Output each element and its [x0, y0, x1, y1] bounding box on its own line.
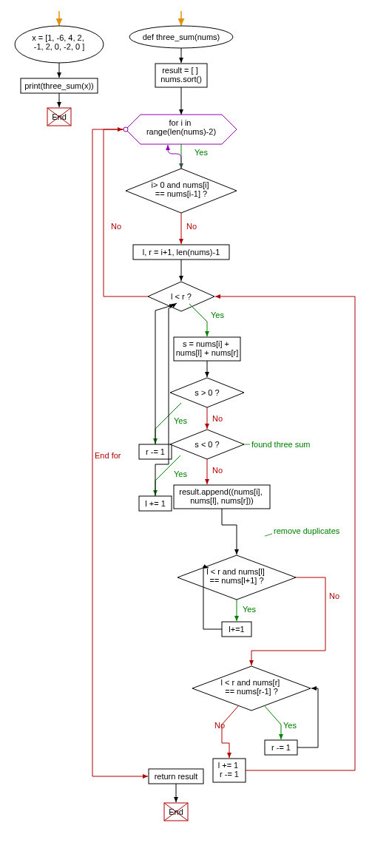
r-dec2-text: r -= 1: [271, 743, 291, 752]
print-text: print(three_sum(x)): [24, 81, 94, 90]
edge-cond1-yes: [168, 145, 181, 169]
edge-dupl-no: [251, 577, 325, 665]
x-assign-text: x = [1, -6, 4, 2, -1, 2, 0, -2, 0 ]: [32, 33, 87, 51]
dup-l-text: l < r and nums[l] == nums[l+1] ?: [206, 567, 267, 585]
yes-label: Yes: [211, 311, 224, 319]
l-inc2-text: l+=1: [229, 625, 244, 634]
edge-rdec2-back: [297, 688, 318, 747]
final-update-text: l += 1 r -= 1: [218, 761, 241, 779]
loop-entry-dot: [124, 127, 128, 132]
flowchart-svg: x = [1, -6, 4, 2, -1, 2, 0, -2, 0 ] prin…: [7, 7, 389, 868]
return-text: return result: [155, 772, 198, 781]
edge-linc-back: [155, 303, 177, 496]
edge-lr-yes: [189, 304, 207, 336]
no-label: No: [212, 414, 223, 423]
edge: [222, 509, 237, 555]
no-label: No: [212, 466, 223, 475]
sum-text: s = nums[i] + nums[l] + nums[r]: [176, 339, 239, 357]
cond1-text: i> 0 and nums[i] == nums[i-1] ?: [151, 180, 211, 198]
end1-text: End: [52, 112, 67, 121]
def-text: def three_sum(nums): [143, 33, 220, 41]
end2-text: End: [169, 807, 183, 816]
l-inc-text: l += 1: [145, 499, 166, 508]
init-text: result = [ ] nums.sort(): [160, 66, 202, 84]
lr-init-text: l, r = i+1, len(nums)-1: [143, 248, 220, 257]
append-text: result.append((nums[i], nums[l], nums[r]…: [179, 487, 265, 505]
no-label: No: [329, 591, 339, 600]
no-label: No: [214, 721, 225, 730]
dup-r-text: l < r and nums[r] == nums[r-1] ?: [221, 678, 283, 696]
yes-label: Yes: [194, 148, 208, 157]
edge-dupr-yes: [264, 705, 281, 739]
comment-line: [265, 534, 272, 536]
comment-dup: remove duplicates: [274, 526, 340, 535]
cond-lr-text: l < r ?: [171, 292, 192, 301]
s-neg-text: s < 0 ?: [194, 440, 219, 449]
edge-lr-no: [104, 129, 148, 296]
comment-found: found three sum: [251, 440, 311, 449]
s-pos-text: s > 0 ?: [194, 388, 219, 397]
endfor-label: End for: [95, 451, 121, 460]
yes-label: Yes: [283, 721, 297, 730]
no-label: No: [111, 222, 121, 231]
r-dec-text: r -= 1: [146, 447, 165, 456]
yes-label: Yes: [243, 605, 256, 614]
yes-label: Yes: [174, 469, 187, 478]
no-label: No: [186, 222, 197, 231]
edge-dupr-no: [222, 705, 239, 758]
edge-rdec-back: [155, 305, 175, 444]
yes-label: Yes: [174, 416, 187, 425]
